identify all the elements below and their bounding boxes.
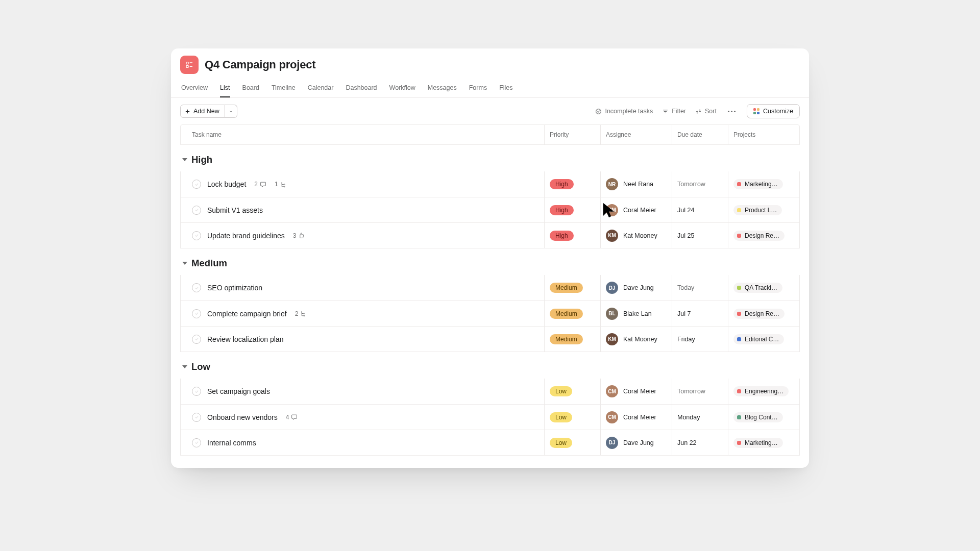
priority-pill[interactable]: Low: [550, 386, 572, 396]
customize-icon: [753, 108, 760, 114]
due-date[interactable]: Monday: [672, 405, 728, 430]
project-chip[interactable]: Marketing…: [733, 438, 783, 448]
project-chip[interactable]: Marketing…: [733, 179, 783, 189]
priority-pill[interactable]: Medium: [550, 334, 583, 344]
sort-icon: [695, 108, 702, 115]
priority-pill[interactable]: Low: [550, 438, 572, 448]
table-row[interactable]: Complete campaign brief2 MediumBLBlake L…: [181, 300, 799, 326]
table-row[interactable]: SEO optimizationMediumDJDave JungTodayQA…: [181, 275, 799, 300]
add-new-dropdown[interactable]: [225, 105, 237, 118]
tab-forms[interactable]: Forms: [469, 81, 487, 97]
priority-pill[interactable]: High: [550, 205, 574, 215]
complete-checkbox[interactable]: [192, 180, 201, 189]
tab-timeline[interactable]: Timeline: [272, 81, 296, 97]
chevron-down-icon: [182, 158, 187, 161]
tab-files[interactable]: Files: [499, 81, 512, 97]
avatar[interactable]: KM: [606, 230, 618, 242]
subtask-count: 1: [275, 181, 287, 188]
group-header-high[interactable]: High: [180, 145, 800, 171]
complete-checkbox[interactable]: [192, 387, 201, 396]
table-row[interactable]: Update brand guidelines3 HighKMKat Moone…: [181, 222, 799, 248]
more-menu-icon[interactable]: [726, 109, 738, 114]
add-new-button-group: Add New: [180, 105, 237, 118]
task-name: Submit V1 assets: [207, 206, 263, 214]
chevron-down-icon: [182, 262, 187, 265]
avatar[interactable]: DJ: [606, 437, 618, 449]
group-header-low[interactable]: Low: [180, 352, 800, 379]
tab-dashboard[interactable]: Dashboard: [346, 81, 377, 97]
project-color-dot: [737, 312, 741, 316]
priority-pill[interactable]: Low: [550, 412, 572, 422]
tab-messages[interactable]: Messages: [428, 81, 457, 97]
project-name: Design Re…: [745, 310, 779, 317]
table-row[interactable]: Review localization planMediumKMKat Moon…: [181, 326, 799, 352]
avatar[interactable]: BL: [606, 308, 618, 320]
due-date[interactable]: Friday: [672, 327, 728, 352]
sort-button[interactable]: Sort: [695, 108, 717, 115]
avatar[interactable]: NR: [606, 178, 618, 190]
complete-checkbox[interactable]: [192, 309, 201, 318]
assignee-name: Coral Meier: [623, 414, 656, 421]
project-chip[interactable]: Design Re…: [733, 231, 785, 241]
project-name: Engineering…: [745, 388, 783, 395]
add-new-button[interactable]: Add New: [180, 105, 225, 118]
table-row[interactable]: Onboard new vendors4 LowCMCoral MeierMon…: [181, 404, 799, 430]
project-color-dot: [737, 337, 741, 341]
project-chip[interactable]: Product L…: [733, 205, 782, 215]
due-date[interactable]: Today: [672, 275, 728, 300]
priority-pill[interactable]: High: [550, 179, 574, 189]
col-projects[interactable]: Projects: [728, 125, 799, 144]
due-date[interactable]: Jul 25: [672, 223, 728, 248]
priority-pill[interactable]: Medium: [550, 309, 583, 319]
avatar[interactable]: KM: [606, 333, 618, 345]
avatar[interactable]: CM: [606, 385, 618, 397]
project-chip[interactable]: Design Re…: [733, 309, 785, 319]
chevron-down-icon: [229, 109, 233, 114]
group-name: Low: [191, 361, 210, 372]
group-name: High: [191, 154, 212, 165]
table-row[interactable]: Lock budget2 1 HighNRNeel RanaTomorrowMa…: [181, 171, 799, 197]
col-due[interactable]: Due date: [672, 125, 728, 144]
assignee-name: Dave Jung: [623, 439, 654, 446]
group-header-medium[interactable]: Medium: [180, 248, 800, 275]
due-date[interactable]: Tomorrow: [672, 379, 728, 404]
complete-checkbox[interactable]: [192, 413, 201, 422]
project-icon[interactable]: [180, 56, 199, 74]
complete-checkbox[interactable]: [192, 206, 201, 215]
table-row[interactable]: Submit V1 assetsHighCMCoral MeierJul 24P…: [181, 197, 799, 222]
complete-checkbox[interactable]: [192, 283, 201, 292]
project-color-dot: [737, 182, 741, 186]
due-date[interactable]: Jul 24: [672, 197, 728, 222]
project-color-dot: [737, 389, 741, 393]
col-priority[interactable]: Priority: [544, 125, 600, 144]
due-date[interactable]: Tomorrow: [672, 171, 728, 197]
project-name: Design Re…: [745, 232, 779, 239]
complete-checkbox[interactable]: [192, 438, 201, 447]
tab-workflow[interactable]: Workflow: [389, 81, 415, 97]
avatar[interactable]: DJ: [606, 282, 618, 294]
project-chip[interactable]: Blog Cont…: [733, 412, 783, 422]
col-assignee[interactable]: Assignee: [600, 125, 672, 144]
col-task[interactable]: Task name: [181, 125, 544, 144]
tab-list[interactable]: List: [220, 81, 230, 97]
tab-board[interactable]: Board: [242, 81, 259, 97]
complete-checkbox[interactable]: [192, 231, 201, 240]
complete-checkbox[interactable]: [192, 335, 201, 344]
avatar[interactable]: CM: [606, 411, 618, 423]
priority-pill[interactable]: Medium: [550, 283, 583, 293]
project-chip[interactable]: Engineering…: [733, 386, 789, 396]
priority-pill[interactable]: High: [550, 231, 574, 241]
filter-button[interactable]: Filter: [662, 108, 686, 115]
table-row[interactable]: Set campaign goalsLowCMCoral MeierTomorr…: [181, 379, 799, 404]
due-date[interactable]: Jul 7: [672, 301, 728, 326]
assignee-name: Coral Meier: [623, 207, 656, 214]
customize-button[interactable]: Customize: [747, 104, 800, 118]
table-row[interactable]: Internal commsLowDJDave JungJun 22Market…: [181, 430, 799, 455]
project-chip[interactable]: Editorial C…: [733, 334, 784, 344]
svg-point-12: [304, 313, 305, 314]
incomplete-tasks-filter[interactable]: Incomplete tasks: [595, 108, 653, 115]
due-date[interactable]: Jun 22: [672, 430, 728, 455]
project-chip[interactable]: QA Tracki…: [733, 283, 782, 293]
tab-calendar[interactable]: Calendar: [308, 81, 334, 97]
tab-overview[interactable]: Overview: [181, 81, 208, 97]
